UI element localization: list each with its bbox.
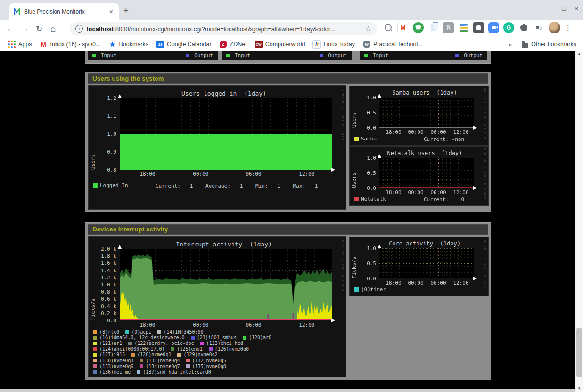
bookmarks-overflow-chevron[interactable]: » bbox=[509, 41, 512, 48]
scrollbar-thumb[interactable] bbox=[576, 328, 582, 377]
legend-color-swatch bbox=[93, 353, 97, 357]
netatalk-users-graph[interactable]: Netatalk users (1day)Users1.00.50.018:00… bbox=[350, 147, 488, 205]
star-icon: ★ bbox=[109, 41, 116, 48]
legend-item: (126)nvme0q0 bbox=[209, 346, 249, 351]
y-tick-label: 2.0 k bbox=[89, 246, 116, 252]
legend-label: Samba bbox=[361, 136, 377, 141]
partial-graph-panel[interactable]: Input Output bbox=[88, 51, 218, 60]
next-section-edge bbox=[0, 389, 575, 392]
scroll-down-icon[interactable]: ▼ bbox=[575, 385, 583, 392]
new-tab-button[interactable]: + bbox=[123, 6, 129, 16]
x-tick-label: 00:00 bbox=[404, 280, 427, 286]
other-bookmarks-label: Other bookmarks bbox=[531, 41, 576, 48]
browser-menu-icon[interactable]: ⋮ bbox=[565, 24, 572, 32]
y-tick-label: 0.4 k bbox=[89, 303, 116, 310]
legend-label: (121)ar1 bbox=[99, 341, 122, 346]
x-tick-label: 12:00 bbox=[449, 189, 473, 196]
x-tick-label: 12:00 bbox=[295, 322, 319, 328]
y-tick-label: 0.5 bbox=[350, 261, 376, 267]
legend-color-swatch bbox=[243, 336, 246, 340]
legend-item: (120)ar0 bbox=[243, 335, 271, 340]
legend-label: (135)nvme0q8 bbox=[192, 364, 226, 369]
linux-today-icon: lt bbox=[313, 41, 320, 48]
forward-icon[interactable]: → bbox=[18, 24, 32, 33]
input-legend-swatch bbox=[226, 54, 230, 57]
window-minimize-icon[interactable]: – bbox=[550, 5, 554, 12]
users-logged-in-graph[interactable]: Users logged in (1day)Users1.21.11.00.90… bbox=[89, 86, 346, 209]
axis-arrow-right bbox=[331, 168, 335, 172]
magnifier-icon bbox=[385, 24, 392, 31]
copy-pages-extension-icon[interactable] bbox=[428, 22, 439, 33]
bookmark-computerworld[interactable]: CW Computerworld bbox=[255, 41, 305, 48]
legend-color-swatch bbox=[140, 364, 143, 368]
vertical-scrollbar[interactable]: ▲ ▼ bbox=[575, 51, 583, 392]
browser-tab[interactable]: Blue Precision Monitorix × bbox=[9, 3, 119, 20]
reload-icon[interactable]: ↻ bbox=[32, 24, 46, 34]
bookmark-linux-today[interactable]: lt Linux Today bbox=[313, 41, 355, 48]
legend-color-swatch bbox=[93, 342, 97, 345]
output-legend-label: Output bbox=[328, 52, 347, 58]
y-tick-label: 1.0 k bbox=[89, 282, 116, 288]
gmail-extension-icon[interactable]: M bbox=[398, 22, 409, 33]
x-tick-label: 06:00 bbox=[427, 129, 450, 135]
extensions-puzzle-icon[interactable] bbox=[518, 22, 529, 33]
extension-icons: M ☎ R G ≡♪ ⋮ bbox=[383, 22, 572, 33]
window-close-icon[interactable]: × bbox=[575, 5, 578, 12]
axis-arrow-right bbox=[331, 318, 335, 322]
axis-arrow-up bbox=[378, 94, 381, 98]
legend-row: (136)mei_me(137)snd_hda_intel:card0 bbox=[93, 369, 211, 375]
partial-graph-panel[interactable]: Input Output bbox=[360, 51, 487, 60]
partial-graph-panel[interactable]: Input Output bbox=[222, 51, 352, 60]
input-legend-swatch bbox=[364, 54, 368, 57]
window-maximize-icon[interactable]: □ bbox=[562, 5, 566, 12]
back-icon[interactable]: ← bbox=[4, 24, 18, 33]
camera-lens-icon bbox=[496, 26, 498, 28]
bookmark-inbox[interactable]: M Inbox (16) - sjvn0... bbox=[40, 41, 101, 48]
books-stack-extension-icon[interactable] bbox=[458, 22, 469, 33]
tab-close-icon[interactable]: × bbox=[107, 8, 115, 16]
legend-item: (130)nvme0q3 bbox=[93, 358, 133, 363]
url-path: :8080/monitorix-cgi/monitorix.cgi?mode=l… bbox=[114, 25, 335, 33]
legend-row: (130)nvme0q3(131)nvme0q4(132)nvme0q5 bbox=[93, 358, 226, 363]
window-controls: – □ × bbox=[550, 5, 578, 12]
profile-avatar[interactable] bbox=[549, 22, 560, 33]
bookmark-apps[interactable]: Apps bbox=[8, 41, 32, 48]
zoom-extension-icon[interactable] bbox=[488, 22, 499, 33]
pocket-extension-icon[interactable] bbox=[473, 22, 484, 33]
bookmark-google-calendar[interactable]: 28 Google Calendar bbox=[156, 41, 212, 48]
grammarly-extension-icon[interactable]: G bbox=[503, 22, 514, 33]
legend-color-swatch bbox=[354, 287, 359, 292]
search-extension-icon[interactable] bbox=[383, 22, 394, 33]
google-voice-extension-icon[interactable]: ☎ bbox=[413, 22, 424, 33]
y-tick-label: 0.0 bbox=[350, 276, 376, 282]
bookmark-star-icon[interactable]: ☆ bbox=[365, 24, 371, 33]
output-legend-swatch bbox=[186, 54, 189, 57]
bookmark-practical-technology[interactable]: W Practical Technol... bbox=[363, 41, 423, 48]
monitorix-favicon bbox=[13, 8, 21, 16]
url-text[interactable]: localhost:8080/monitorix-cgi/monitorix.c… bbox=[87, 25, 361, 33]
playlist-extension-icon[interactable]: ≡♪ bbox=[534, 22, 544, 33]
legend-row: Logged In bbox=[93, 183, 128, 188]
page-info-icon[interactable]: i bbox=[75, 25, 83, 33]
rakuten-extension-icon[interactable]: R bbox=[443, 22, 454, 33]
legend-row: (127)i915(128)nvme0q1(129)nvme0q2 bbox=[93, 352, 218, 357]
bookmark-zdnet[interactable]: Z ZDNet bbox=[220, 41, 247, 48]
other-bookmarks[interactable]: Other bookmarks bbox=[522, 41, 576, 48]
home-icon[interactable]: ⌂ bbox=[46, 24, 60, 34]
legend-color-swatch bbox=[93, 183, 98, 188]
core-activity-graph[interactable]: Core activity (1day)Ticks/s1.00.50.018:0… bbox=[350, 237, 488, 296]
y-tick-label: 0.0 bbox=[350, 185, 376, 191]
bookmark-bookmarks[interactable]: ★ Bookmarks bbox=[109, 41, 149, 48]
users-section-header: Users using the system bbox=[88, 74, 488, 84]
scroll-up-icon[interactable]: ▲ bbox=[575, 51, 583, 57]
page-icon bbox=[431, 24, 436, 31]
samba-users-graph[interactable]: Samba users (1day)Users1.00.50.018:0000:… bbox=[350, 86, 488, 145]
interrupt-activity-graph[interactable]: Interrupt activity (1day)Ticks/s2.0 k1.8… bbox=[89, 237, 346, 377]
legend-item: (134)nvme0q7 bbox=[140, 364, 180, 369]
browser-titlebar: Blue Precision Monitorix × + – □ × bbox=[0, 0, 583, 20]
address-bar[interactable]: i localhost:8080/monitorix-cgi/monitorix… bbox=[70, 22, 377, 35]
x-tick-label: 12:00 bbox=[295, 171, 319, 177]
x-tick-label: 06:00 bbox=[427, 280, 450, 286]
y-tick-label: 0.5 bbox=[350, 110, 376, 116]
legend-row: Samba bbox=[354, 136, 377, 141]
